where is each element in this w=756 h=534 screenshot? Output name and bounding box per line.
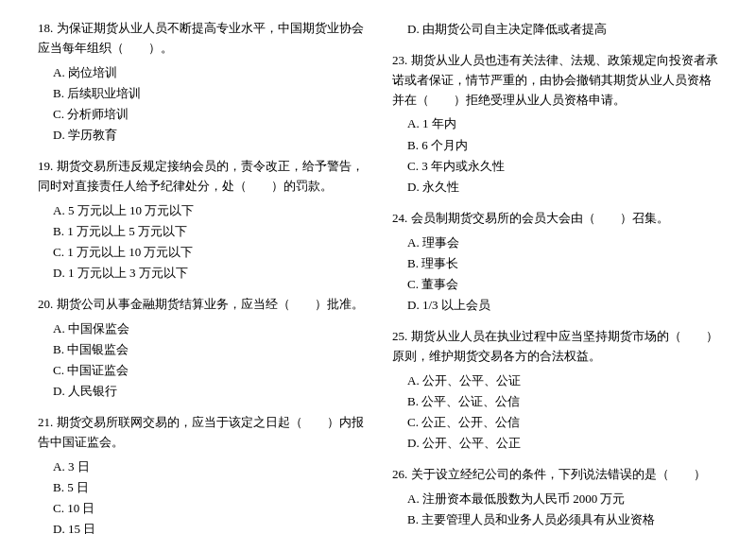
q19-option-b: B. 1 万元以上 5 万元以下 [53,221,364,242]
q24-option-c: C. 董事会 [407,274,718,295]
q19-option-c: C. 1 万元以上 10 万元以下 [53,242,364,263]
left-column: 18. 为保证期货从业人员不断提高专业水平，中国期货业协会应当每年组织（ ）。 … [38,19,364,534]
q26-option-b: B. 主要管理人员和业务人员必须具有从业资格 [407,509,718,530]
q25-option-a: A. 公开、公平、公证 [407,370,718,391]
question-20: 20. 期货公司从事金融期货结算业务，应当经（ ）批准。 A. 中国保监会 B.… [38,295,364,402]
q23-option-b: B. 6 个月内 [407,135,718,156]
question-22-d: D. 由期货公司自主决定降低或者提高 [392,19,718,40]
question-18: 18. 为保证期货从业人员不断提高专业水平，中国期货业协会应当每年组织（ ）。 … [38,19,364,146]
q19-option-d: D. 1 万元以上 3 万元以下 [53,263,364,284]
question-25-text: 25. 期货从业人员在执业过程中应当坚持期货市场的（ ）原则，维护期货交易各方的… [392,327,718,367]
q18-option-a: A. 岗位培训 [53,62,364,83]
q20-option-d: D. 人民银行 [53,381,364,402]
question-20-text: 20. 期货公司从事金融期货结算业务，应当经（ ）批准。 [38,295,364,315]
q25-option-b: B. 公平、公证、公信 [407,391,718,412]
q21-option-d: D. 15 日 [53,519,364,534]
q23-option-c: C. 3 年内或永久性 [407,156,718,177]
q18-option-b: B. 后续职业培训 [53,83,364,104]
q25-option-c: C. 公正、公开、公信 [407,412,718,433]
question-23: 23. 期货从业人员也违有关法律、法规、政策规定向投资者承诺或者保证，情节严重的… [392,51,718,198]
question-21-text: 21. 期货交易所联网交易的，应当于该定之日起（ ）内报告中国证监会。 [38,413,364,453]
q20-option-b: B. 中国银监会 [53,339,364,360]
q21-option-a: A. 3 日 [53,456,364,477]
question-26: 26. 关于设立经纪公司的条件，下列说法错误的是（ ） A. 注册资本最低股数为… [392,465,718,534]
question-19-text: 19. 期货交易所违反规定接纳会员的，责令改正，给予警告，同时对直接责任人给予纪… [38,157,364,197]
question-18-text: 18. 为保证期货从业人员不断提高专业水平，中国期货业协会应当每年组织（ ）。 [38,19,364,59]
q25-option-d: D. 公开、公平、公正 [407,433,718,454]
page-content: 18. 为保证期货从业人员不断提高专业水平，中国期货业协会应当每年组织（ ）。 … [38,19,718,534]
q18-option-d: D. 学历教育 [53,125,364,146]
q18-option-c: C. 分析师培训 [53,104,364,125]
two-column-layout: 18. 为保证期货从业人员不断提高专业水平，中国期货业协会应当每年组织（ ）。 … [38,19,718,534]
question-24: 24. 会员制期货交易所的会员大会由（ ）召集。 A. 理事会 B. 理事长 C… [392,209,718,316]
q22-option-d: D. 由期货公司自主决定降低或者提高 [407,19,718,40]
question-26-text: 26. 关于设立经纪公司的条件，下列说法错误的是（ ） [392,465,718,485]
q19-option-a: A. 5 万元以上 10 万元以下 [53,200,364,221]
question-19: 19. 期货交易所违反规定接纳会员的，责令改正，给予警告，同时对直接责任人给予纪… [38,157,364,284]
q23-option-d: D. 永久性 [407,177,718,198]
question-21: 21. 期货交易所联网交易的，应当于该定之日起（ ）内报告中国证监会。 A. 3… [38,413,364,534]
q24-option-b: B. 理事长 [407,253,718,274]
q21-option-b: B. 5 日 [53,477,364,498]
q24-option-d: D. 1/3 以上会员 [407,295,718,316]
right-column: D. 由期货公司自主决定降低或者提高 23. 期货从业人员也违有关法律、法规、政… [392,19,718,534]
q26-option-a: A. 注册资本最低股数为人民币 2000 万元 [407,489,718,509]
q23-option-a: A. 1 年内 [407,113,718,134]
q20-option-a: A. 中国保监会 [53,319,364,339]
q24-option-a: A. 理事会 [407,233,718,253]
q26-option-c: C. 有具备任职资格的高级管理人员 [407,530,718,534]
question-25: 25. 期货从业人员在执业过程中应当坚持期货市场的（ ）原则，维护期货交易各方的… [392,327,718,454]
question-23-text: 23. 期货从业人员也违有关法律、法规、政策规定向投资者承诺或者保证，情节严重的… [392,51,718,110]
q20-option-c: C. 中国证监会 [53,360,364,381]
question-24-text: 24. 会员制期货交易所的会员大会由（ ）召集。 [392,209,718,229]
q21-option-c: C. 10 日 [53,498,364,519]
